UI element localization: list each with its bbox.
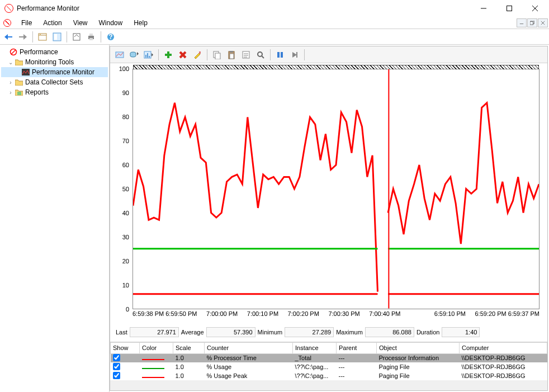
tree-label: Data Collector Sets — [25, 78, 83, 86]
y-tick: 80 — [122, 114, 129, 120]
svg-rect-13 — [40, 34, 41, 35]
show-hide-tree-button[interactable] — [36, 31, 49, 43]
cell-show[interactable] — [111, 362, 140, 371]
y-tick: 40 — [122, 210, 129, 216]
y-axis: 0102030405060708090100 — [113, 69, 132, 309]
menu-help[interactable]: Help — [128, 18, 153, 28]
tree-label: Monitoring Tools — [25, 58, 74, 66]
back-button[interactable] — [2, 31, 15, 43]
folder-icon — [15, 78, 23, 87]
cell-instance: \??\C:\pag... — [293, 362, 337, 371]
show-checkbox[interactable] — [113, 372, 120, 379]
svg-rect-19 — [89, 38, 93, 40]
y-tick: 20 — [122, 258, 129, 265]
svg-line-47 — [262, 56, 264, 58]
svg-rect-29 — [145, 55, 146, 58]
x-tick: 7:00:00 PM — [206, 310, 238, 317]
expander-icon[interactable]: ⌄ — [7, 59, 15, 65]
x-tick: 6:59:38 PM — [132, 310, 164, 317]
chart-area: 0102030405060708090100 6:59:38 PM6:59:50… — [110, 63, 547, 323]
export-button[interactable] — [70, 31, 83, 43]
series-line — [133, 103, 539, 292]
delete-counter-button[interactable] — [177, 49, 189, 61]
zoom-button[interactable] — [254, 49, 267, 61]
th-computer[interactable]: Computer — [460, 342, 547, 353]
menu-file[interactable]: File — [16, 18, 37, 28]
horizontal-scrollbar[interactable] — [110, 380, 547, 390]
cell-instance: _Total — [293, 353, 337, 362]
help-button[interactable]: ? — [105, 31, 117, 43]
freeze-button[interactable] — [274, 49, 286, 61]
table-row[interactable]: 1.0% Usage\??\C:\pag...---Paging File\\D… — [111, 362, 547, 371]
mdi-minimize-button[interactable] — [517, 18, 527, 27]
th-counter[interactable]: Counter — [205, 342, 293, 353]
tree-performance-monitor[interactable]: Performance Monitor — [1, 67, 108, 77]
menu-app-icon — [3, 19, 11, 27]
cell-color — [140, 353, 173, 362]
properties-button-chart[interactable] — [240, 49, 252, 61]
y-tick: 70 — [122, 138, 129, 144]
close-button[interactable] — [522, 0, 548, 17]
cell-instance: \??\C:\pag... — [293, 371, 337, 380]
tree-reports[interactable]: › Reports — [1, 87, 108, 97]
y-tick: 100 — [119, 65, 129, 72]
copy-button[interactable] — [211, 49, 223, 61]
svg-rect-36 — [199, 51, 201, 54]
navigation-tree[interactable]: Performance ⌄ Monitoring Tools Performan… — [0, 45, 110, 392]
cell-show[interactable] — [111, 371, 140, 380]
svg-rect-31 — [149, 56, 150, 58]
x-tick: 6:59:20 PM — [475, 310, 506, 317]
chart-plot[interactable] — [132, 69, 539, 309]
table-row[interactable]: 1.0% Usage Peak\??\C:\pag...---Paging Fi… — [111, 371, 547, 380]
th-scale[interactable]: Scale — [173, 342, 205, 353]
show-checkbox[interactable] — [113, 363, 120, 370]
folder-icon — [15, 88, 23, 97]
properties-button[interactable] — [51, 31, 63, 43]
tree-label: Performance Monitor — [32, 68, 94, 76]
app-icon — [4, 4, 13, 13]
menu-view[interactable]: View — [68, 18, 93, 28]
cell-scale: 1.0 — [173, 353, 205, 362]
view-log-button[interactable] — [128, 49, 140, 61]
tree-root-performance[interactable]: Performance — [1, 47, 108, 57]
menu-window[interactable]: Window — [93, 18, 129, 28]
maximize-button[interactable] — [496, 0, 522, 17]
svg-rect-30 — [147, 53, 148, 58]
paste-button[interactable] — [225, 49, 238, 61]
print-button[interactable] — [85, 31, 97, 43]
th-show[interactable]: Show — [111, 342, 140, 353]
main-pane: 0102030405060708090100 6:59:38 PM6:59:50… — [110, 46, 548, 391]
view-current-button[interactable] — [113, 49, 126, 61]
cell-show[interactable] — [111, 353, 140, 362]
minimize-button[interactable] — [471, 0, 496, 17]
th-color[interactable]: Color — [140, 342, 173, 353]
stat-max-label: Maximum — [336, 329, 363, 336]
forward-button[interactable] — [17, 31, 29, 43]
folder-icon — [15, 58, 23, 67]
expander-icon[interactable]: › — [7, 89, 15, 96]
update-button[interactable] — [288, 49, 301, 61]
counter-table[interactable]: Show Color Scale Counter Instance Parent… — [110, 342, 547, 381]
tree-data-collector-sets[interactable]: › Data Collector Sets — [1, 77, 108, 87]
table-row[interactable]: 1.0% Processor Time_Total---Processor In… — [111, 353, 547, 362]
change-graph-type-button[interactable] — [143, 49, 155, 61]
th-instance[interactable]: Instance — [293, 342, 337, 353]
menu-action[interactable]: Action — [37, 18, 67, 28]
y-tick: 0 — [126, 306, 129, 313]
tree-monitoring-tools[interactable]: ⌄ Monitoring Tools — [1, 57, 108, 67]
th-parent[interactable]: Parent — [337, 342, 377, 353]
chart-toolbar — [110, 46, 547, 63]
x-tick: 7:00:10 PM — [247, 310, 278, 317]
x-axis: 6:59:38 PM6:59:50 PM7:00:00 PM7:00:10 PM… — [132, 309, 539, 320]
svg-rect-40 — [230, 51, 233, 53]
svg-text:?: ? — [108, 33, 112, 41]
x-tick: 6:59:50 PM — [165, 310, 197, 317]
mdi-close-button[interactable] — [538, 18, 548, 27]
highlight-button[interactable] — [191, 49, 203, 61]
mdi-restore-button[interactable] — [527, 18, 537, 27]
show-checkbox[interactable] — [113, 354, 120, 361]
cell-computer: \\DESKTOP-RDJB6GG — [460, 362, 547, 371]
th-object[interactable]: Object — [377, 342, 460, 353]
expander-icon[interactable]: › — [7, 79, 15, 86]
add-counter-button[interactable] — [162, 49, 174, 61]
